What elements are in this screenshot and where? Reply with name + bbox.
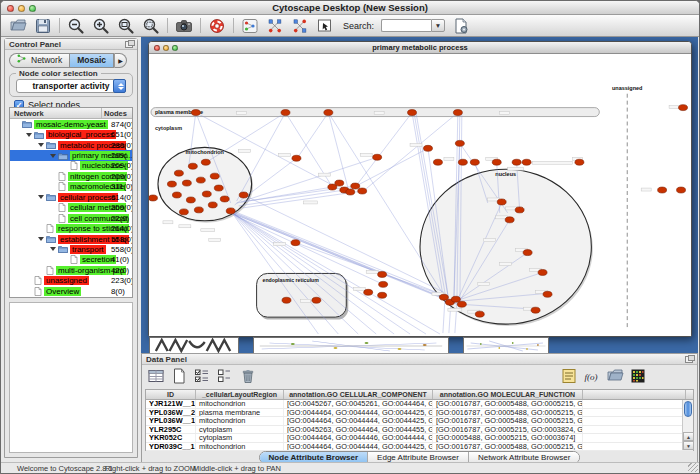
network-node[interactable] — [335, 180, 344, 186]
zoom-out-icon[interactable] — [67, 17, 85, 35]
document-gear-icon[interactable] — [452, 17, 470, 35]
annotation-icon[interactable] — [316, 17, 334, 35]
attribute-grid-icon[interactable] — [147, 367, 165, 385]
tab-network[interactable]: Network — [9, 53, 69, 68]
network-node[interactable] — [453, 110, 462, 116]
background-network-window[interactable] — [253, 337, 449, 353]
tab-mosaic[interactable]: Mosaic — [69, 53, 114, 68]
network-node[interactable] — [281, 110, 290, 116]
network-node[interactable] — [378, 292, 387, 298]
scroll-up-icon[interactable]: ▲ — [683, 432, 694, 441]
network-node[interactable] — [324, 110, 333, 116]
tree-expand-icon[interactable] — [50, 154, 56, 158]
network-node[interactable] — [196, 177, 205, 183]
search-dropdown-icon[interactable]: ▼ — [431, 19, 445, 32]
frame-minimize-button[interactable] — [163, 45, 169, 51]
network-node[interactable] — [378, 271, 387, 277]
tree-column-nodes[interactable]: Nodes — [102, 108, 132, 118]
delete-attribute-icon[interactable] — [239, 367, 257, 385]
network-node[interactable] — [439, 294, 448, 300]
tree-expand-icon[interactable] — [50, 247, 56, 251]
tree-expand-icon[interactable] — [38, 237, 44, 241]
snapshot-camera-icon[interactable] — [175, 17, 193, 35]
destroy-network-icon[interactable] — [266, 17, 284, 35]
frame-zoom-button[interactable] — [172, 45, 178, 51]
network-node[interactable] — [149, 195, 157, 201]
network-node[interactable] — [457, 301, 466, 307]
network-node[interactable] — [512, 159, 521, 165]
help-lifebuoy-icon[interactable] — [208, 17, 226, 35]
table-row[interactable]: YPL036W__2plasma membrane[GO:0044464, GO… — [146, 409, 693, 418]
network-node[interactable] — [210, 173, 219, 179]
network-node[interactable] — [312, 297, 321, 303]
table-row[interactable]: YKR052Ccytoplasm[GO:0044464, GO:0044446,… — [146, 434, 693, 443]
table-column-header[interactable] — [583, 390, 686, 399]
network-node[interactable] — [373, 154, 382, 160]
network-node[interactable] — [172, 192, 181, 198]
tree-row[interactable]: multi-organism pro42(0) — [10, 265, 132, 275]
network-node[interactable] — [214, 185, 223, 191]
float-panel-icon[interactable] — [125, 41, 133, 48]
save-session-icon[interactable] — [34, 17, 52, 35]
network-node[interactable] — [492, 159, 501, 165]
tree-row[interactable]: unassigned223(0) — [10, 276, 132, 286]
tree-column-network[interactable]: Network — [10, 108, 102, 118]
table-scrollbar[interactable]: ▲ ▼ — [682, 400, 693, 450]
network-node[interactable] — [379, 281, 388, 287]
select-attributes-icon[interactable] — [193, 367, 211, 385]
network-node[interactable] — [179, 209, 188, 215]
table-column-header[interactable]: ID — [146, 390, 196, 399]
network-node[interactable] — [282, 297, 291, 303]
network-view-titlebar[interactable]: primary metabolic process — [149, 42, 691, 54]
network-node[interactable] — [208, 202, 217, 208]
network-node[interactable] — [523, 250, 532, 256]
tree-expand-icon[interactable] — [26, 133, 32, 137]
network-node[interactable] — [174, 170, 183, 176]
scrollbar-thumb[interactable] — [684, 401, 692, 417]
tree-row[interactable]: secretion41(0) — [10, 255, 132, 265]
create-network-view-icon[interactable] — [291, 17, 309, 35]
network-node[interactable] — [292, 155, 301, 161]
network-node[interactable] — [191, 110, 200, 116]
network-node[interactable] — [182, 180, 191, 186]
table-column-header[interactable]: _cellularLayoutRegion — [196, 390, 284, 399]
tree-row[interactable]: macromolecule311(0) — [10, 182, 132, 192]
network-node[interactable] — [364, 289, 373, 295]
network-node[interactable] — [186, 197, 195, 203]
network-node[interactable] — [202, 191, 211, 197]
open-session-icon[interactable] — [9, 17, 27, 35]
network-node[interactable] — [188, 163, 197, 169]
tree-row[interactable]: cellular metabo209(0) — [10, 203, 132, 213]
background-window-thumbnail[interactable] — [149, 337, 239, 353]
network-canvas[interactable]: plasma membranecytoplasmmitochondrionnuc… — [149, 54, 691, 336]
tree-row[interactable]: cellular process614(0) — [10, 192, 132, 202]
network-node[interactable] — [351, 183, 360, 189]
table-column-header[interactable]: annotation.GO CELLULAR_COMPONENT — [284, 390, 433, 399]
tree-row[interactable]: response to stimulu264(0) — [10, 223, 132, 233]
tree-expand-icon[interactable] — [38, 143, 44, 147]
tree-row[interactable]: nitrogen compo209(0) — [10, 171, 132, 181]
network-node[interactable] — [538, 269, 547, 275]
float-panel-icon[interactable] — [685, 356, 693, 363]
import-attributes-icon[interactable] — [606, 367, 624, 385]
network-node[interactable] — [658, 187, 667, 193]
network-node[interactable] — [346, 189, 355, 195]
network-node[interactable] — [423, 145, 432, 151]
network-node[interactable] — [408, 110, 417, 116]
zoom-selected-region-icon[interactable] — [117, 17, 135, 35]
tree-row[interactable]: mosaic-demo-yeast874(0) — [10, 119, 132, 129]
network-node[interactable] — [226, 208, 235, 214]
background-network-window[interactable] — [463, 337, 549, 353]
network-node[interactable] — [531, 307, 540, 313]
zoom-in-icon[interactable] — [92, 17, 110, 35]
tree-row[interactable]: primary metabo209(... — [10, 150, 132, 160]
table-row[interactable]: YLR295Ccytoplasm[GO:0045263, GO:0044464,… — [146, 426, 693, 435]
network-node[interactable] — [505, 217, 514, 223]
resize-grip[interactable] — [688, 463, 698, 472]
tree-row[interactable]: metabolic process280(0) — [10, 140, 132, 150]
tab-overflow-arrow-icon[interactable]: ▶ — [114, 53, 127, 68]
scroll-down-icon[interactable]: ▼ — [683, 441, 694, 450]
network-node[interactable] — [522, 159, 531, 165]
network-node[interactable] — [167, 181, 176, 187]
attribute-list-icon[interactable] — [560, 367, 578, 385]
